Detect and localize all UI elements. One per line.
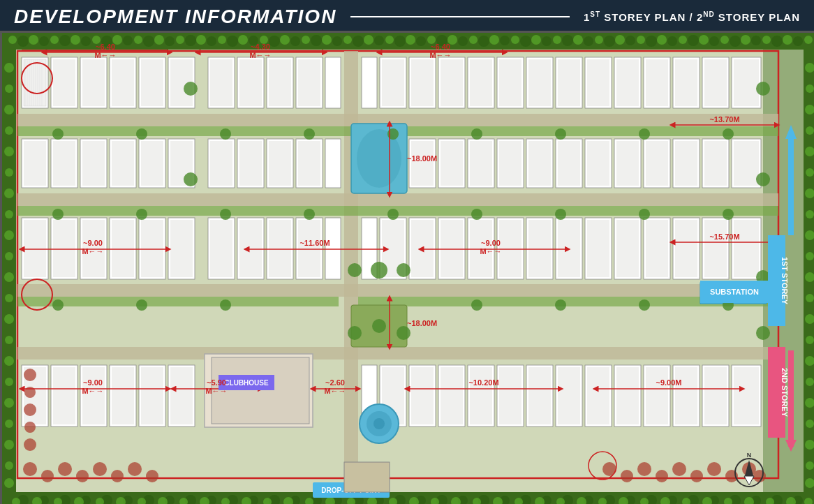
svg-point-425 (52, 128, 64, 140)
svg-rect-228 (112, 59, 134, 106)
svg-text:~13.70M: ~13.70M (709, 115, 739, 124)
svg-point-27 (542, 36, 552, 46)
svg-point-445 (220, 299, 231, 311)
page-wrapper: DEVELOPMENT INFORMATION 1ST STOREY PLAN … (0, 0, 814, 504)
svg-rect-210 (17, 297, 339, 306)
svg-point-458 (602, 462, 616, 476)
svg-point-8 (143, 36, 154, 47)
svg-point-440 (555, 209, 566, 220)
svg-point-51 (238, 35, 248, 45)
svg-point-462 (672, 462, 686, 476)
svg-point-63 (489, 35, 499, 45)
header: DEVELOPMENT INFORMATION 1ST STOREY PLAN … (0, 0, 814, 31)
svg-rect-298 (470, 141, 492, 186)
svg-point-16 (311, 35, 322, 46)
svg-text:~2.60: ~2.60 (325, 378, 345, 387)
svg-point-434 (52, 209, 64, 220)
svg-rect-276 (112, 141, 134, 186)
svg-text:M←→: M←→ (94, 51, 116, 59)
svg-text:2ND STOREY: 2ND STOREY (780, 368, 789, 417)
svg-point-19 (374, 36, 384, 45)
svg-rect-399 (646, 367, 668, 424)
svg-rect-370 (82, 367, 105, 424)
svg-point-450 (23, 462, 37, 476)
svg-point-472 (24, 438, 36, 451)
svg-rect-354 (587, 220, 609, 277)
svg-rect-286 (269, 141, 291, 186)
svg-point-58 (385, 36, 394, 44)
svg-point-418 (372, 319, 386, 333)
svg-point-59 (406, 35, 415, 45)
svg-rect-312 (675, 141, 697, 186)
svg-point-170 (4, 314, 14, 324)
svg-rect-403 (704, 367, 727, 424)
svg-point-438 (387, 209, 399, 220)
svg-rect-376 (170, 367, 193, 424)
svg-point-162 (4, 147, 14, 156)
svg-rect-204 (17, 193, 778, 206)
svg-rect-405 (734, 367, 759, 424)
svg-point-463 (690, 470, 703, 482)
svg-rect-248 (441, 59, 463, 106)
svg-point-461 (656, 470, 668, 482)
svg-point-160 (4, 105, 14, 114)
svg-point-65 (531, 35, 541, 45)
svg-point-12 (227, 36, 238, 47)
svg-rect-205 (17, 284, 778, 297)
svg-rect-332 (239, 220, 262, 277)
svg-point-3 (39, 36, 49, 46)
svg-point-421 (756, 82, 770, 96)
svg-point-31 (626, 36, 635, 45)
svg-point-188 (806, 210, 814, 218)
svg-text:~15.70M: ~15.70M (709, 232, 739, 241)
svg-rect-364 (734, 220, 759, 277)
svg-rect-391 (528, 367, 551, 424)
svg-point-50 (218, 36, 226, 44)
svg-point-74 (720, 36, 729, 44)
svg-point-190 (806, 252, 814, 260)
svg-point-456 (128, 462, 142, 476)
svg-point-165 (5, 210, 13, 218)
svg-rect-342 (411, 220, 434, 277)
svg-rect-320 (53, 220, 75, 277)
svg-rect-387 (470, 367, 492, 424)
page-title: DEVELOPMENT INFORMATION (14, 6, 336, 28)
svg-point-420 (397, 326, 410, 340)
svg-rect-266 (704, 59, 727, 106)
svg-rect-330 (210, 220, 232, 277)
svg-rect-226 (82, 59, 105, 106)
svg-rect-395 (587, 367, 609, 424)
svg-point-161 (5, 126, 13, 135)
svg-point-15 (290, 36, 300, 46)
svg-point-77 (783, 35, 792, 45)
svg-rect-238 (269, 59, 291, 106)
svg-point-444 (136, 299, 147, 311)
svg-point-32 (646, 36, 657, 47)
svg-point-53 (280, 35, 290, 45)
svg-point-198 (806, 420, 814, 428)
svg-text:M←→: M←→ (480, 247, 501, 255)
svg-point-413 (184, 82, 198, 96)
svg-rect-234 (210, 59, 232, 106)
svg-text:M←→: M←→ (82, 247, 103, 255)
svg-point-426 (136, 128, 147, 140)
svg-rect-348 (499, 220, 521, 277)
svg-point-422 (756, 172, 770, 186)
svg-rect-264 (675, 59, 697, 106)
svg-point-171 (5, 336, 13, 344)
svg-point-468 (24, 369, 36, 381)
svg-point-56 (343, 36, 352, 44)
svg-rect-383 (411, 367, 434, 424)
svg-text:~6.40: ~6.40 (96, 43, 115, 51)
svg-rect-526 (788, 350, 794, 447)
svg-rect-302 (528, 141, 551, 186)
svg-point-38 (771, 36, 783, 47)
svg-rect-308 (616, 141, 639, 186)
svg-point-424 (756, 326, 770, 340)
svg-text:~9.00: ~9.00 (481, 239, 501, 247)
svg-rect-272 (53, 141, 75, 186)
svg-point-172 (4, 356, 14, 366)
svg-point-436 (220, 209, 231, 220)
svg-point-419 (397, 263, 410, 277)
svg-point-427 (220, 128, 231, 140)
